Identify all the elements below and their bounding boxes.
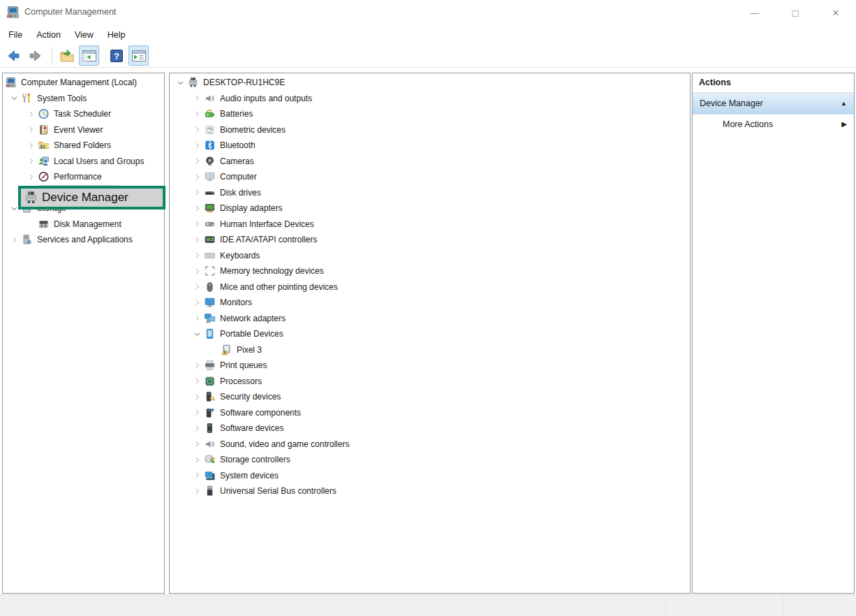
chevron-right-icon[interactable] bbox=[191, 485, 204, 497]
chevron-right-icon[interactable] bbox=[24, 140, 38, 151]
menu-item-view[interactable]: View bbox=[68, 28, 101, 42]
tree-item-portable-devices[interactable]: Portable Devices bbox=[170, 326, 690, 342]
chevron-right-icon[interactable] bbox=[191, 234, 204, 245]
tree-item-mice-and-other-pointing-devices[interactable]: Mice and other pointing devices bbox=[170, 279, 690, 295]
tree-item-label: Processors bbox=[220, 376, 262, 386]
tree-item-task-scheduler[interactable]: Task Scheduler bbox=[3, 106, 164, 122]
tree-item-disk-management[interactable]: Disk Management bbox=[3, 217, 164, 233]
audio-icon bbox=[204, 93, 216, 104]
tree-item-audio-inputs-and-outputs[interactable]: Audio inputs and outputs bbox=[170, 91, 690, 107]
chevron-down-icon[interactable] bbox=[191, 328, 204, 339]
chevron-right-icon[interactable] bbox=[191, 265, 204, 277]
chevron-right-icon[interactable] bbox=[191, 313, 204, 324]
help-button[interactable]: ? bbox=[106, 45, 126, 66]
chevron-right-icon[interactable] bbox=[191, 439, 204, 450]
tree-item-services-and-applications[interactable]: Services and Applications bbox=[3, 232, 164, 248]
actions-group-device-manager[interactable]: Device Manager ▲ bbox=[693, 93, 854, 115]
export-list-button[interactable] bbox=[57, 45, 77, 66]
tree-item-computer-management-local[interactable]: Computer Management (Local) bbox=[3, 75, 164, 91]
chevron-right-icon[interactable] bbox=[191, 250, 204, 261]
tree-item-system-tools[interactable]: System Tools bbox=[3, 91, 164, 107]
tree-item-shared-folders[interactable]: Shared Folders bbox=[3, 138, 164, 154]
row-content: Monitors bbox=[204, 295, 252, 311]
chevron-right-icon[interactable] bbox=[191, 171, 204, 182]
chevron-down-icon[interactable] bbox=[8, 93, 21, 104]
chevron-right-icon[interactable] bbox=[24, 171, 38, 182]
monitors-icon bbox=[204, 297, 216, 308]
menu-item-file[interactable]: File bbox=[1, 28, 29, 42]
tree-item-sound-video-and-game-controllers[interactable]: Sound, video and game controllers bbox=[170, 437, 690, 453]
tree-item-print-queues[interactable]: Print queues bbox=[170, 358, 690, 374]
tree-item-computer[interactable]: Computer bbox=[170, 169, 690, 185]
tree-item-human-interface-devices[interactable]: Human Interface Devices bbox=[170, 217, 690, 233]
menu-item-action[interactable]: Action bbox=[29, 28, 68, 42]
minimize-button[interactable]: — bbox=[735, 0, 775, 25]
window-action-pane-icon bbox=[131, 48, 147, 64]
tree-item-processors[interactable]: Processors bbox=[170, 374, 690, 390]
chevron-right-icon[interactable] bbox=[191, 391, 204, 402]
computer-management-icon bbox=[5, 77, 17, 88]
chevron-right-icon[interactable] bbox=[24, 124, 38, 135]
tree-item-disk-drives[interactable]: Disk drives bbox=[170, 185, 690, 201]
chevron-right-icon[interactable] bbox=[191, 360, 204, 371]
tree-item-storage-controllers[interactable]: Storage controllers bbox=[170, 452, 690, 468]
tree-item-system-devices[interactable]: System devices bbox=[170, 468, 690, 484]
show-action-pane-button[interactable] bbox=[128, 45, 149, 66]
more-actions-item[interactable]: More Actions ▶ bbox=[693, 115, 854, 133]
chevron-right-icon[interactable] bbox=[191, 376, 204, 387]
tree-item-memory-technology-devices[interactable]: Memory technology devices bbox=[170, 263, 690, 279]
chevron-right-icon[interactable] bbox=[191, 156, 204, 167]
highlight-annotation-device-manager[interactable]: Device Manager bbox=[18, 186, 165, 210]
chevron-right-icon[interactable] bbox=[24, 156, 38, 167]
pixel-warning-icon bbox=[221, 344, 233, 355]
chevron-right-icon[interactable] bbox=[191, 93, 204, 104]
chevron-right-icon[interactable] bbox=[191, 187, 204, 198]
chevron-right-icon[interactable] bbox=[191, 140, 204, 151]
collapse-icon[interactable]: ▲ bbox=[841, 100, 847, 107]
tree-item-security-devices[interactable]: Security devices bbox=[170, 389, 690, 405]
annotation-label: Device Manager bbox=[42, 191, 128, 205]
tree-item-event-viewer[interactable]: Event Viewer bbox=[3, 122, 164, 138]
chevron-right-icon[interactable] bbox=[191, 297, 204, 308]
chevron-right-icon[interactable] bbox=[191, 423, 204, 434]
tree-item-display-adapters[interactable]: Display adapters bbox=[170, 200, 690, 217]
tree-item-batteries[interactable]: Batteries bbox=[170, 106, 690, 122]
chevron-right-icon[interactable] bbox=[191, 470, 204, 481]
event-viewer-icon bbox=[38, 124, 50, 135]
chevron-right-icon[interactable] bbox=[191, 407, 204, 418]
close-button[interactable]: ✕ bbox=[816, 0, 856, 25]
tree-item-software-devices[interactable]: Software devices bbox=[170, 420, 690, 437]
tree-item-desktop-ru1hc9e[interactable]: DESKTOP-RU1HC9E bbox=[170, 75, 690, 91]
chevron-right-icon[interactable] bbox=[191, 203, 204, 214]
tree-item-network-adapters[interactable]: Network adapters bbox=[170, 311, 690, 327]
tree-item-label: Computer bbox=[220, 172, 257, 182]
chevron-right-icon[interactable] bbox=[191, 124, 204, 135]
chevron-right-icon[interactable] bbox=[191, 281, 204, 293]
chevron-down-icon[interactable] bbox=[174, 77, 187, 88]
chevron-right-icon[interactable] bbox=[8, 234, 21, 245]
tree-item-universal-serial-bus-controllers[interactable]: Universal Serial Bus controllers bbox=[170, 483, 690, 499]
tree-item-monitors[interactable]: Monitors bbox=[170, 295, 690, 311]
tree-item-local-users-and-groups[interactable]: Local Users and Groups bbox=[3, 154, 164, 170]
tree-item-software-components[interactable]: Software components bbox=[170, 405, 690, 421]
tree-item-cameras[interactable]: Cameras bbox=[170, 154, 690, 170]
chevron-right-icon[interactable] bbox=[191, 454, 204, 465]
maximize-button[interactable]: □ bbox=[775, 0, 816, 25]
back-button[interactable] bbox=[3, 45, 23, 66]
show-console-tree-button[interactable] bbox=[79, 45, 99, 66]
tree-item-biometric-devices[interactable]: Biometric devices bbox=[170, 122, 690, 138]
row-content: Processors bbox=[204, 374, 262, 390]
tree-item-performance[interactable]: Performance bbox=[3, 169, 164, 185]
tree-item-keyboards[interactable]: Keyboards bbox=[170, 248, 690, 264]
forward-button[interactable] bbox=[25, 45, 45, 66]
tree-item-pixel-3[interactable]: Pixel 3 bbox=[170, 342, 690, 358]
row-content: Cameras bbox=[204, 154, 254, 170]
chevron-right-icon[interactable] bbox=[191, 108, 204, 119]
title-bar: Computer Management — □ ✕ bbox=[0, 0, 856, 25]
chevron-right-icon[interactable] bbox=[191, 219, 204, 230]
menu-item-help[interactable]: Help bbox=[101, 28, 133, 42]
chevron-right-icon[interactable] bbox=[24, 108, 38, 119]
help-icon: ? bbox=[109, 48, 124, 64]
tree-item-ide-ata-atapi-controllers[interactable]: IDE ATA/ATAPI controllers bbox=[170, 232, 690, 248]
tree-item-bluetooth[interactable]: Bluetooth bbox=[170, 138, 690, 154]
